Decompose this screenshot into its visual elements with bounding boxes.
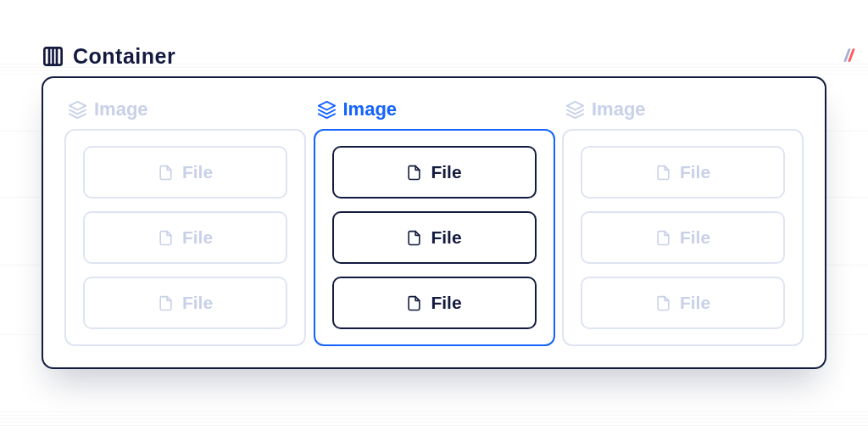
svg-marker-4 [70, 101, 86, 109]
svg-marker-6 [567, 101, 583, 109]
file-label: File [680, 162, 710, 182]
brand-slash-mark [846, 48, 853, 62]
file-label: File [431, 162, 461, 182]
file-item: File [581, 277, 785, 329]
container-header: Container [42, 44, 175, 69]
image-column: Image File File File [562, 97, 804, 346]
file-label: File [182, 162, 213, 182]
container-box: Image File File File [42, 76, 826, 369]
file-item: File [332, 146, 537, 199]
file-label: File [182, 227, 213, 248]
file-label: File [680, 293, 710, 313]
file-icon [655, 295, 671, 311]
image-box: File File File [562, 129, 804, 346]
image-box: File File File [64, 129, 306, 346]
image-header: Image [565, 98, 804, 120]
file-icon [406, 295, 422, 311]
image-title: Image [94, 98, 148, 120]
image-header: Image [317, 98, 555, 120]
file-item: File [332, 211, 537, 264]
file-icon [406, 165, 422, 181]
container-icon [42, 45, 64, 68]
file-item: File [332, 277, 537, 329]
file-icon [158, 165, 174, 181]
file-icon [655, 165, 671, 181]
image-box: File File File [314, 129, 555, 346]
layers-icon [317, 100, 337, 120]
layers-icon [565, 100, 585, 120]
file-item: File [83, 277, 287, 329]
file-label: File [680, 227, 710, 248]
container-title: Container [73, 44, 175, 69]
file-item: File [581, 146, 785, 199]
hatch-band [0, 411, 868, 428]
image-title: Image [343, 98, 398, 120]
file-icon [158, 295, 174, 311]
layers-icon [68, 100, 87, 120]
file-item: File [83, 146, 287, 199]
file-label: File [431, 227, 461, 248]
image-title: Image [592, 98, 646, 120]
file-item: File [581, 211, 785, 264]
image-header: Image [68, 98, 306, 120]
file-icon [406, 230, 422, 246]
file-icon [655, 230, 671, 246]
svg-marker-5 [318, 101, 334, 109]
file-icon [158, 230, 174, 246]
file-label: File [431, 293, 461, 313]
image-column-active: Image File File File [314, 97, 555, 346]
image-column: Image File File File [64, 97, 306, 346]
file-item: File [83, 211, 287, 264]
file-label: File [182, 293, 213, 313]
